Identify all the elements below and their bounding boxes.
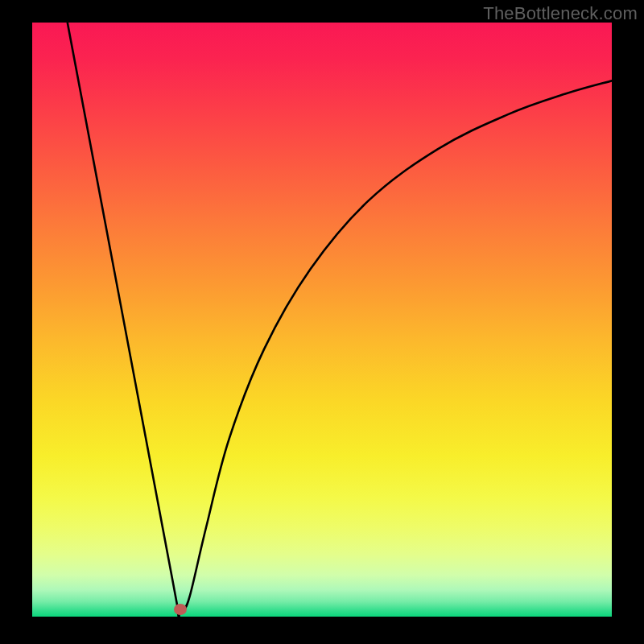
chart-frame: TheBottleneck.com <box>0 0 644 644</box>
bottleneck-curve <box>32 23 612 617</box>
watermark-label: TheBottleneck.com <box>483 3 638 24</box>
plot-area <box>32 23 612 617</box>
optimal-point-marker <box>174 604 187 615</box>
